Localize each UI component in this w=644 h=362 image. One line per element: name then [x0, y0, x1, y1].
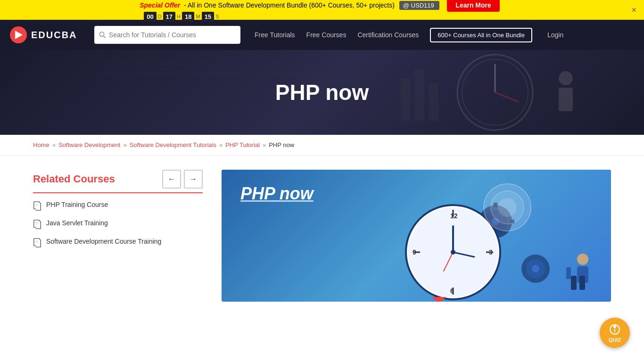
breadcrumb-php-tutorial[interactable]: PHP Tutorial	[225, 141, 260, 148]
svg-rect-8	[401, 78, 410, 121]
svg-text:3: 3	[489, 248, 493, 256]
countdown-days: 00	[144, 12, 156, 22]
quiz-label: QUIZ	[609, 337, 621, 343]
svg-point-44	[451, 250, 455, 255]
search-input[interactable]	[109, 31, 236, 39]
svg-rect-14	[559, 88, 573, 111]
countdown: 00D 17H 18M 15S	[143, 12, 504, 22]
banner-text: - All in One Software Development Bundle…	[184, 1, 395, 9]
svg-text:6: 6	[450, 287, 454, 295]
separator-2: »	[123, 141, 126, 148]
hero-section: PHP now	[0, 50, 644, 135]
sidebar: Related Courses ← → PHP Training Course	[33, 170, 203, 330]
nav-arrows: ← →	[162, 170, 203, 189]
svg-point-53	[498, 198, 517, 217]
content-image: PHP now	[222, 170, 611, 302]
logo-icon	[9, 26, 27, 44]
svg-point-13	[559, 71, 573, 85]
course-item-1[interactable]: PHP Training Course	[33, 201, 203, 211]
separator-1: »	[52, 141, 56, 148]
quiz-button[interactable]: QUIZ	[600, 318, 630, 344]
nav-login[interactable]: Login	[547, 31, 563, 39]
learn-more-button[interactable]: Learn More	[447, 0, 499, 12]
svg-point-56	[532, 265, 539, 272]
nav-links: Free Tutorials Free Courses Certificatio…	[255, 28, 563, 42]
svg-rect-9	[415, 69, 424, 121]
sidebar-divider	[33, 192, 203, 193]
seconds-label: S	[215, 14, 219, 19]
nav-free-tutorials[interactable]: Free Tutorials	[255, 31, 295, 39]
logo-text: EDUCBA	[31, 30, 77, 41]
days-label: D	[158, 14, 162, 19]
top-banner: Special Offer - All in One Software Deve…	[0, 0, 644, 20]
breadcrumb-current: PHP now	[269, 141, 294, 148]
countdown-minutes: 18	[182, 12, 194, 22]
search-icon	[99, 31, 106, 39]
document-icon-3	[33, 238, 41, 247]
hours-label: H	[177, 14, 181, 19]
svg-rect-10	[429, 83, 438, 121]
related-courses-title: Related Courses	[33, 173, 115, 185]
svg-line-3	[104, 36, 106, 38]
close-banner-button[interactable]: ×	[631, 5, 636, 15]
related-courses-header: Related Courses ← →	[33, 170, 203, 189]
nav-free-courses[interactable]: Free Courses	[306, 31, 347, 39]
svg-text:12: 12	[450, 212, 458, 220]
gear-right-svg	[517, 250, 554, 288]
content-area: PHP now	[222, 170, 611, 330]
special-offer-label: Special Offer	[140, 1, 180, 9]
search-box	[94, 26, 240, 44]
countdown-hours: 17	[163, 12, 175, 22]
prev-arrow-button[interactable]: ←	[162, 170, 181, 189]
svg-text:9: 9	[413, 248, 416, 256]
header: EDUCBA Free Tutorials Free Courses Certi…	[0, 20, 644, 50]
course-item-2[interactable]: Java Servlet Training	[33, 219, 203, 229]
breadcrumb-software-dev[interactable]: Software Development	[58, 141, 121, 148]
svg-point-46	[577, 254, 588, 265]
hero-title: PHP now	[275, 80, 369, 105]
separator-4: »	[263, 141, 266, 148]
quiz-icon	[608, 323, 621, 336]
nav-bundle-button[interactable]: 600+ Courses All in One Bundle	[430, 28, 532, 42]
svg-point-58	[613, 325, 616, 328]
svg-point-2	[99, 32, 104, 36]
main-content: Related Courses ← → PHP Training Course	[0, 156, 644, 344]
separator-3: »	[219, 141, 223, 148]
svg-rect-50	[566, 267, 571, 279]
course-label-1: PHP Training Course	[46, 201, 108, 208]
breadcrumb-area: Home » Software Development » Software D…	[0, 135, 644, 156]
course-item-3[interactable]: Software Development Course Training	[33, 238, 203, 247]
course-label-3: Software Development Course Training	[46, 238, 161, 245]
svg-rect-48	[571, 276, 577, 290]
breadcrumb: Home » Software Development » Software D…	[33, 141, 611, 148]
circles-svg	[479, 179, 536, 236]
nav-certification-courses[interactable]: Certification Courses	[357, 31, 419, 39]
content-image-inner: PHP now	[222, 170, 611, 302]
course-label-2: Java Servlet Training	[46, 219, 108, 227]
document-icon-2	[33, 220, 41, 229]
svg-rect-49	[579, 276, 585, 290]
minutes-label: M	[196, 14, 200, 19]
breadcrumb-software-dev-tutorials[interactable]: Software Development Tutorials	[130, 141, 216, 148]
banner-content: Special Offer - All in One Software Deve…	[140, 0, 504, 22]
person-svg	[554, 250, 592, 297]
content-image-title: PHP now	[240, 184, 314, 204]
course-list: PHP Training Course Java Servlet Trainin…	[33, 201, 203, 247]
logo[interactable]: EDUCBA	[9, 26, 85, 44]
next-arrow-button[interactable]: →	[184, 170, 203, 189]
svg-line-7	[495, 92, 519, 102]
countdown-seconds: 15	[202, 12, 214, 22]
price-badge: @ USD119	[399, 1, 440, 10]
document-icon-1	[33, 201, 41, 211]
breadcrumb-home[interactable]: Home	[33, 141, 50, 148]
